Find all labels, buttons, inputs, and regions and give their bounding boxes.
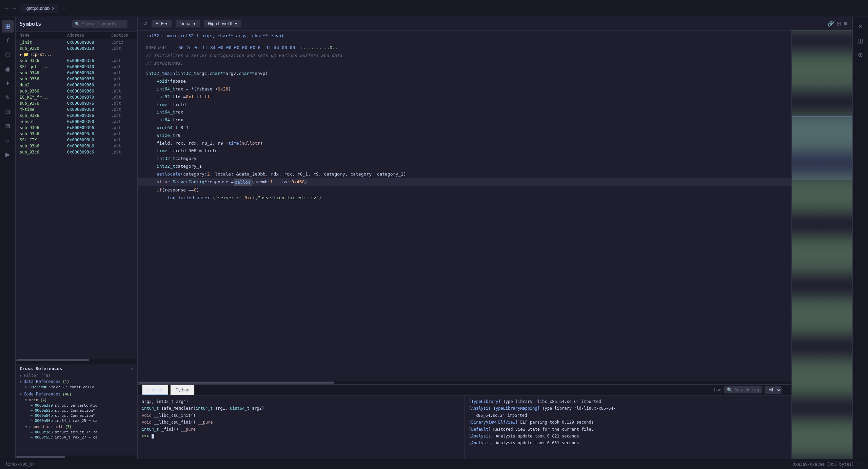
- main-arrow: ▼: [25, 398, 27, 402]
- log-label: Log: [714, 387, 722, 392]
- linear-button[interactable]: Linear ▾: [176, 20, 200, 27]
- xref-hscroll-thumb[interactable]: [16, 456, 65, 458]
- list-item[interactable]: memset0x000009390.plt: [16, 119, 137, 125]
- tab-python[interactable]: Python: [170, 385, 195, 395]
- list-item[interactable]: sub_93760x000009376.plt: [16, 100, 137, 106]
- new-tab-button[interactable]: +: [62, 4, 66, 12]
- minimap-highlight: [792, 116, 852, 181]
- symbols-panel: Symbols 🔍 Search symbols ≡ Name Address …: [16, 17, 138, 459]
- conn-arrow: ▼: [25, 425, 27, 429]
- file-tab[interactable]: lighttpd.bndb ×: [20, 4, 59, 13]
- xref-main-header[interactable]: ▼ main {4}: [20, 397, 133, 403]
- highlevel-label: High Level IL: [208, 21, 234, 26]
- tab-bar: ← → lighttpd.bndb × +: [0, 0, 868, 17]
- list-item[interactable]: ▶📁Tcp-st...: [16, 52, 137, 58]
- xref-code-item[interactable]: ← 0000a56b int64_t rax_25 = ca: [20, 418, 133, 423]
- link-icon[interactable]: 🔗: [827, 20, 834, 27]
- list-item[interactable]: dup20x000009360.plt: [16, 82, 137, 88]
- code-line: int32_t category_1: [138, 163, 791, 170]
- sidebar-icon-plugins[interactable]: ✦: [2, 77, 14, 89]
- sidebar-icon-home[interactable]: ⊞: [2, 20, 14, 33]
- sidebar-icon-tags[interactable]: ⬡: [2, 49, 14, 61]
- bottom-content: arg3, int32_t arg4) int64_t safe_memclea…: [138, 395, 791, 459]
- log-menu-icon[interactable]: ≡: [784, 387, 787, 393]
- list-item[interactable]: SSL_CTX_s...0x0000093b0.plt: [16, 137, 137, 143]
- search-icon: 🔍: [75, 22, 80, 26]
- log-line: [Analysis] Analysis update took 0.651 se…: [469, 440, 788, 446]
- xref-connection-header[interactable]: ▼ connection_init {3}: [20, 424, 133, 430]
- xref-code-item[interactable]: ← 0000a52b struct Connection*: [20, 408, 133, 413]
- sidebar-icon-grid2[interactable]: ⊠: [2, 120, 14, 132]
- conn-label: connection_init: [29, 425, 63, 429]
- list-item[interactable]: sub_93200x000009320.plt: [16, 45, 137, 52]
- xref-code-item[interactable]: ← 0000f55c int64_t rax_27 = ca: [20, 435, 133, 440]
- code-view[interactable]: 0000a341 66 2e 0f 1f 84 00 00-00 00 00 0…: [138, 41, 791, 381]
- log-line: x86_64.so.2' imported: [469, 412, 788, 419]
- code-hscrollbar[interactable]: [138, 381, 791, 384]
- xref-data-refs-header[interactable]: ▼ Data References {1}: [20, 379, 133, 385]
- sidebar-icon-terminal[interactable]: ▶: [2, 148, 14, 161]
- bottom-tabs: Console Python Log 🔍 Search log All ≡: [138, 385, 791, 395]
- sidebar-icon-search[interactable]: ⌕: [2, 134, 14, 146]
- list-item[interactable]: sub_93560x000009356.plt: [16, 76, 137, 82]
- xref-filter-row[interactable]: ▶ Filter (48): [16, 372, 137, 379]
- log-search-box[interactable]: 🔍 Search log: [724, 386, 762, 393]
- main-count: {4}: [40, 398, 47, 402]
- code-line-highlighted: struct ServerConfig* response = calloc(n…: [138, 178, 791, 187]
- more-icon[interactable]: ≡: [844, 20, 847, 27]
- list-item[interactable]: sub_93460x000009346.plt: [16, 70, 137, 76]
- list-item[interactable]: sub_93360x000009336.plt: [16, 58, 137, 64]
- sidebar-icon-bookmarks[interactable]: ◉: [2, 63, 14, 75]
- status-platform: linux-x86_64: [5, 462, 35, 467]
- xref-code-item[interactable]: ← 0000a3a9 struct ServerConfig: [20, 403, 133, 408]
- list-item[interactable]: _init0x000009308.init: [16, 39, 137, 45]
- refresh-button[interactable]: ↺: [143, 20, 147, 27]
- tab-console[interactable]: Console: [142, 385, 169, 395]
- list-item[interactable]: SSL_get_s...0x000009340.plt: [16, 64, 137, 70]
- minimap[interactable]: [791, 30, 852, 459]
- code-line: log_failed_assert("server.c", 0xcf, "ass…: [138, 194, 791, 202]
- xref-hscrollbar[interactable]: [16, 455, 137, 459]
- symbols-menu-button[interactable]: ≡: [130, 21, 133, 27]
- list-item[interactable]: EC_KEY_fr...0x000009370.plt: [16, 94, 137, 100]
- sidebar-icon-patcher[interactable]: ✎: [2, 91, 14, 104]
- hscroll-thumb[interactable]: [16, 359, 89, 361]
- list-item[interactable]: sub_93c60x0000093c6.plt: [16, 149, 137, 155]
- log-filter-dropdown[interactable]: All: [765, 386, 782, 394]
- split-icon[interactable]: ⊟: [837, 20, 841, 27]
- right-sidebar-add[interactable]: ⊕: [854, 49, 867, 61]
- right-sidebar-close[interactable]: ✕: [854, 20, 867, 33]
- xref-data-item[interactable]: ↪ 0023cdd0 void* (* const callo: [20, 385, 133, 390]
- linear-label: Linear: [180, 21, 192, 26]
- back-button[interactable]: ←: [3, 5, 9, 12]
- linear-dropdown-icon: ▾: [193, 21, 196, 26]
- highlevel-button[interactable]: High Level IL ▾: [204, 20, 241, 27]
- status-menu-icon[interactable]: ≡: [860, 461, 863, 467]
- tab-close-button[interactable]: ×: [52, 6, 54, 11]
- console-prompt: >>>: [142, 434, 152, 439]
- xref-left-arrow: ←: [31, 430, 33, 434]
- list-item[interactable]: sub_93b60x0000093b6.plt: [16, 143, 137, 149]
- code-hscroll-thumb[interactable]: [138, 382, 334, 384]
- list-item[interactable]: sub_93660x000009366.plt: [16, 88, 137, 94]
- xref-code-refs-header[interactable]: ▼ Code References {46}: [20, 391, 133, 397]
- sidebar-icon-grid1[interactable]: ⊟: [2, 106, 14, 118]
- xref-addr: 0023cdd0: [29, 385, 47, 389]
- status-right: 0xa3a9-0xa3ae (0x5 bytes) ≡: [793, 461, 863, 467]
- right-sidebar-layers[interactable]: ◫: [854, 35, 867, 47]
- elf-dropdown-icon: ▾: [165, 21, 167, 26]
- xref-code-item[interactable]: ← 0000f3d3 struct struct_7* ra: [20, 430, 133, 435]
- hex-line: 0000a341 66 2e 0f 1f 84 00 00-00 00 00 0…: [138, 44, 791, 52]
- list-item[interactable]: sub_93960x000009396.plt: [16, 125, 137, 131]
- list-item[interactable]: mktime0x000009380.plt: [16, 106, 137, 113]
- xref-pin-button[interactable]: ✳: [131, 366, 133, 371]
- forward-button[interactable]: →: [11, 5, 17, 12]
- xref-code-item[interactable]: ← 0000a54b struct Connection*: [20, 413, 133, 418]
- sidebar-icon-functions[interactable]: ƒ: [2, 35, 14, 47]
- list-item[interactable]: sub_93860x000009386.plt: [16, 113, 137, 119]
- editor-area: ↺ ELF ▾ Linear ▾ High Level IL ▾ 🔗 ⊟ ≡: [138, 17, 852, 459]
- log-line: [BinaryView.ElfView] ELF parsing took 0.…: [469, 419, 788, 426]
- list-item[interactable]: sub_93a60x0000093a6.plt: [16, 131, 137, 137]
- elf-button[interactable]: ELF ▾: [152, 20, 172, 27]
- symbol-search-box[interactable]: 🔍 Search symbols: [72, 20, 127, 28]
